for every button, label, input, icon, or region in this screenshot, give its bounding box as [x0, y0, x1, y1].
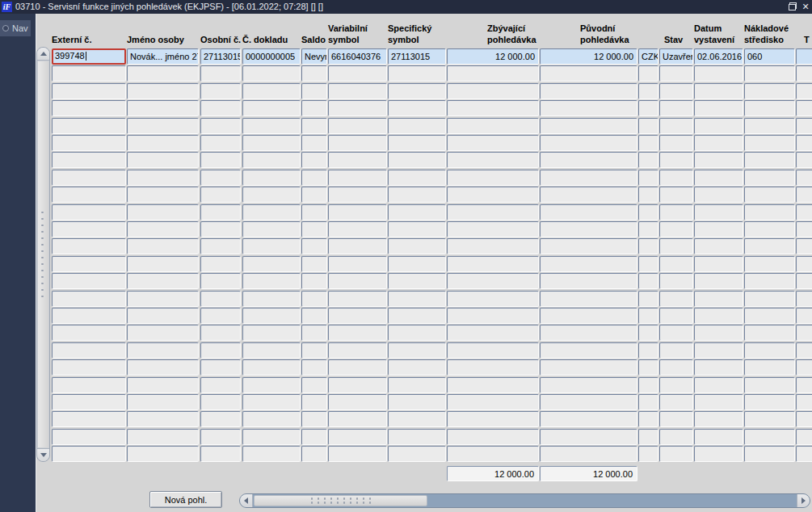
grid-cell-datum_vystaveni[interactable] — [694, 204, 743, 220]
grid-cell-zbyvajici_pohledavka[interactable] — [447, 170, 539, 186]
grid-cell-specificky_symbol[interactable] — [388, 221, 446, 237]
grid-cell-osobni_c[interactable] — [200, 135, 241, 151]
grid-cell-variabilni_symbol[interactable] — [328, 83, 387, 99]
grid-cell-variabilni_symbol[interactable] — [328, 170, 387, 186]
grid-cell-jmeno_osoby[interactable] — [127, 83, 199, 99]
grid-cell-datum_vystaveni[interactable] — [694, 429, 743, 445]
grid-cell-saldo[interactable] — [301, 429, 327, 445]
grid-cell-variabilni_symbol[interactable] — [328, 118, 387, 134]
grid-cell-stav[interactable] — [659, 273, 693, 289]
grid-cell-c_dokladu[interactable] — [242, 291, 301, 307]
grid-cell-zbyvajici_pohledavka[interactable] — [447, 65, 539, 82]
grid-cell-variabilni_symbol[interactable] — [328, 238, 387, 254]
grid-cell-externi_c[interactable] — [52, 446, 126, 462]
grid-cell-datum_vystaveni[interactable] — [694, 325, 743, 341]
grid-cell-specificky_symbol[interactable] — [388, 325, 446, 341]
grid-cell-specificky_symbol[interactable]: 27113015 — [388, 48, 446, 65]
grid-cell-specificky_symbol[interactable] — [388, 83, 446, 99]
grid-cell-typ[interactable] — [796, 170, 812, 186]
grid-cell-specificky_symbol[interactable] — [388, 238, 446, 254]
grid-cell-nakladove_stredisko[interactable] — [744, 273, 795, 289]
grid-cell-nakladove_stredisko[interactable]: 060 — [744, 48, 795, 65]
grid-cell-variabilni_symbol[interactable] — [328, 221, 387, 237]
grid-cell-jmeno_osoby[interactable] — [127, 273, 199, 289]
grid-cell-stav[interactable] — [659, 152, 693, 168]
grid-cell-puvodni_pohledavka[interactable] — [540, 256, 637, 272]
grid-cell-nakladove_stredisko[interactable] — [744, 325, 795, 341]
grid-cell-puvodni_pohledavka[interactable] — [540, 411, 637, 427]
grid-cell-jmeno_osoby[interactable] — [127, 187, 199, 203]
grid-cell-mena[interactable] — [638, 359, 658, 376]
grid-cell-c_dokladu[interactable] — [242, 65, 301, 82]
grid-cell-osobni_c[interactable] — [200, 411, 241, 427]
grid-cell-nakladove_stredisko[interactable] — [744, 118, 795, 134]
grid-cell-osobni_c[interactable] — [200, 429, 241, 445]
grid-cell-stav[interactable] — [659, 394, 693, 410]
grid-cell-typ[interactable] — [796, 83, 812, 99]
grid-cell-typ[interactable] — [796, 204, 812, 220]
grid-cell-mena[interactable] — [638, 256, 658, 272]
grid-cell-externi_c[interactable] — [52, 100, 126, 116]
grid-cell-nakladove_stredisko[interactable] — [744, 187, 795, 203]
grid-cell-puvodni_pohledavka[interactable] — [540, 118, 637, 134]
grid-cell-puvodni_pohledavka[interactable] — [540, 204, 637, 220]
grid-cell-puvodni_pohledavka[interactable] — [540, 170, 637, 186]
grid-cell-puvodni_pohledavka[interactable] — [540, 238, 637, 254]
grid-cell-externi_c[interactable] — [52, 83, 126, 99]
grid-cell-specificky_symbol[interactable] — [388, 152, 446, 168]
grid-cell-datum_vystaveni[interactable] — [694, 273, 743, 289]
grid-cell-specificky_symbol[interactable] — [388, 411, 446, 427]
grid-cell-stav[interactable] — [659, 100, 693, 116]
grid-cell-typ[interactable] — [796, 291, 812, 307]
grid-cell-externi_c[interactable] — [52, 359, 126, 376]
grid-cell-osobni_c[interactable] — [200, 325, 241, 341]
grid-cell-mena[interactable] — [638, 411, 658, 427]
grid-cell-stav[interactable] — [659, 377, 693, 393]
grid-cell-c_dokladu[interactable] — [242, 359, 301, 376]
grid-cell-externi_c[interactable] — [52, 429, 126, 445]
grid-cell-jmeno_osoby[interactable] — [127, 204, 199, 220]
grid-cell-variabilni_symbol[interactable] — [328, 256, 387, 272]
grid-cell-externi_c[interactable] — [52, 394, 126, 410]
grid-cell-nakladove_stredisko[interactable] — [744, 65, 795, 82]
horizontal-scrollbar[interactable] — [239, 493, 810, 508]
grid-cell-puvodni_pohledavka[interactable] — [540, 100, 637, 116]
grid-cell-mena[interactable] — [638, 152, 658, 168]
grid-cell-stav[interactable] — [659, 221, 693, 237]
grid-cell-puvodni_pohledavka[interactable] — [540, 394, 637, 410]
grid-cell-variabilni_symbol[interactable] — [328, 291, 387, 307]
grid-cell-nakladove_stredisko[interactable] — [744, 83, 795, 99]
grid-cell-externi_c[interactable] — [52, 118, 126, 134]
grid-cell-osobni_c[interactable] — [200, 187, 241, 203]
grid-cell-jmeno_osoby[interactable] — [127, 446, 199, 462]
grid-cell-nakladove_stredisko[interactable] — [744, 152, 795, 168]
grid-cell-mena[interactable] — [638, 135, 658, 151]
grid-cell-nakladove_stredisko[interactable] — [744, 446, 795, 462]
grid-cell-mena[interactable] — [638, 308, 658, 324]
grid-cell-specificky_symbol[interactable] — [388, 446, 446, 462]
grid-cell-externi_c[interactable] — [52, 308, 126, 324]
grid-cell-mena[interactable] — [638, 65, 658, 82]
grid-cell-c_dokladu[interactable] — [242, 238, 301, 254]
grid-cell-datum_vystaveni[interactable] — [694, 170, 743, 186]
grid-cell-variabilni_symbol[interactable] — [328, 100, 387, 116]
grid-cell-stav[interactable] — [659, 429, 693, 445]
grid-cell-saldo[interactable] — [301, 118, 327, 134]
grid-cell-specificky_symbol[interactable] — [388, 291, 446, 307]
grid-cell-zbyvajici_pohledavka[interactable] — [447, 377, 539, 393]
grid-cell-nakladove_stredisko[interactable] — [744, 359, 795, 376]
grid-cell-specificky_symbol[interactable] — [388, 170, 446, 186]
grid-cell-mena[interactable] — [638, 118, 658, 134]
grid-cell-jmeno_osoby[interactable] — [127, 170, 199, 186]
grid-cell-stav[interactable] — [659, 308, 693, 324]
grid-cell-saldo[interactable] — [301, 152, 327, 168]
grid-cell-variabilni_symbol[interactable] — [328, 325, 387, 341]
grid-cell-saldo[interactable] — [301, 204, 327, 220]
grid-cell-c_dokladu[interactable] — [242, 446, 301, 462]
grid-cell-jmeno_osoby[interactable] — [127, 152, 199, 168]
grid-cell-zbyvajici_pohledavka[interactable] — [447, 221, 539, 237]
grid-cell-typ[interactable] — [796, 429, 812, 445]
grid-cell-variabilni_symbol[interactable] — [328, 359, 387, 376]
grid-cell-c_dokladu[interactable] — [242, 273, 301, 289]
grid-cell-specificky_symbol[interactable] — [388, 394, 446, 410]
